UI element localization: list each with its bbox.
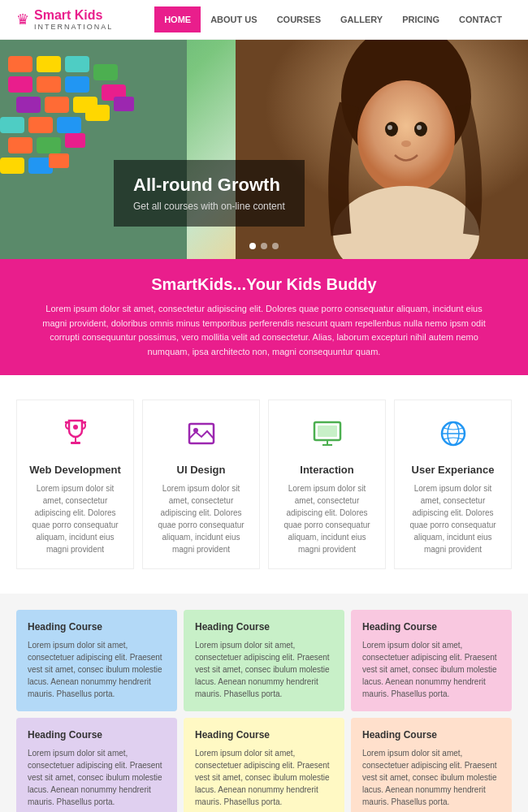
svg-point-34 <box>73 425 78 430</box>
svg-rect-12 <box>0 117 24 133</box>
feature-interaction-title: Interaction <box>277 464 377 476</box>
svg-rect-33 <box>71 442 80 444</box>
svg-rect-4 <box>8 76 32 93</box>
svg-rect-5 <box>37 76 61 93</box>
feature-user-exp-text: Lorem ipsum dolor sit amet, consectetur … <box>403 482 503 555</box>
svg-rect-16 <box>114 97 134 111</box>
main-nav: HOME ABOUT US COURSES GALLERY PRICING CO… <box>154 6 512 32</box>
nav-home[interactable]: HOME <box>154 6 201 32</box>
nav-gallery[interactable]: GALLERY <box>331 6 392 32</box>
feature-ui-design: UI Design Lorem ipsum dolor sit amet, co… <box>142 400 260 569</box>
course-card-5: Heading Course Lorem ipsum dolor sit ame… <box>184 718 344 812</box>
course-text-4: Lorem ipsum dolor sit amet, consectetuer… <box>28 747 166 808</box>
course-card-4: Heading Course Lorem ipsum dolor sit ame… <box>16 718 177 812</box>
nav-contact[interactable]: CONTACT <box>449 6 512 32</box>
features-section: Web Development Lorem ipsum dolor sit am… <box>0 375 528 594</box>
hero-dots <box>249 243 279 249</box>
svg-rect-20 <box>0 158 24 174</box>
course-title-3: Heading Course <box>362 621 500 633</box>
svg-rect-13 <box>28 117 53 133</box>
svg-rect-14 <box>57 117 81 133</box>
feature-ui-design-title: UI Design <box>151 464 251 476</box>
pink-section-title: SmartKids...Your Kids Buddy <box>32 275 496 294</box>
feature-interaction-text: Lorem ipsum dolor sit amet, consectetur … <box>277 482 377 555</box>
logo: ♛ Smart Kids INTERNATIONAL <box>16 7 113 32</box>
svg-rect-18 <box>37 137 61 153</box>
nav-about[interactable]: ABOUT US <box>201 6 266 32</box>
course-card-6: Heading Course Lorem ipsum dolor sit ame… <box>351 718 512 812</box>
course-card-1: Heading Course Lorem ipsum dolor sit ame… <box>16 610 177 711</box>
svg-rect-9 <box>45 97 69 113</box>
pink-section-text: Lorem ipsum dolor sit amet, consectetur … <box>32 302 496 359</box>
crown-icon: ♛ <box>16 11 29 28</box>
feature-user-exp-title: User Experiance <box>403 464 503 476</box>
course-title-6: Heading Course <box>362 729 500 741</box>
svg-point-28 <box>387 125 392 130</box>
feature-web-dev-title: Web Development <box>25 464 125 476</box>
course-title-5: Heading Course <box>195 729 333 741</box>
svg-rect-15 <box>85 105 110 121</box>
nav-pricing[interactable]: PRICING <box>392 6 449 32</box>
svg-rect-40 <box>318 425 337 437</box>
nav-courses[interactable]: COURSES <box>267 6 331 32</box>
svg-rect-2 <box>37 56 61 72</box>
svg-rect-7 <box>93 64 118 80</box>
course-text-3: Lorem ipsum dolor sit amet, consectetuer… <box>362 639 500 700</box>
monitor-icon <box>277 413 377 454</box>
trophy-icon <box>25 413 125 454</box>
hero-dot-2[interactable] <box>261 243 267 249</box>
logo-sub: INTERNATIONAL <box>34 23 113 32</box>
svg-rect-8 <box>16 97 41 113</box>
logo-brand: Smart Kids <box>34 7 113 23</box>
course-title-4: Heading Course <box>28 729 166 741</box>
feature-interaction: Interaction Lorem ipsum dolor sit amet, … <box>268 400 386 569</box>
course-text-5: Lorem ipsum dolor sit amet, consectetuer… <box>195 747 333 808</box>
feature-ui-design-text: Lorem ipsum dolor sit amet, consectetur … <box>151 482 251 555</box>
course-text-1: Lorem ipsum dolor sit amet, consectetuer… <box>28 639 166 700</box>
svg-point-29 <box>417 125 422 130</box>
hero-section: All-round Growth Get all courses with on… <box>0 40 528 259</box>
svg-rect-19 <box>65 133 85 148</box>
hero-overlay: All-round Growth Get all courses with on… <box>114 160 305 227</box>
svg-point-25 <box>357 80 455 194</box>
svg-rect-22 <box>49 153 69 168</box>
hero-title: All-round Growth <box>133 175 285 196</box>
course-title-1: Heading Course <box>28 621 166 633</box>
hero-dot-1[interactable] <box>249 243 256 249</box>
pink-section: SmartKids...Your Kids Buddy Lorem ipsum … <box>0 259 528 375</box>
svg-rect-3 <box>65 56 89 72</box>
course-text-6: Lorem ipsum dolor sit amet, consectetuer… <box>362 747 500 808</box>
courses-section: Heading Course Lorem ipsum dolor sit ame… <box>0 594 528 812</box>
svg-rect-17 <box>8 137 32 153</box>
svg-rect-1 <box>8 56 32 72</box>
course-card-2: Heading Course Lorem ipsum dolor sit ame… <box>184 610 344 711</box>
svg-rect-6 <box>65 76 89 93</box>
feature-user-exp: User Experiance Lorem ipsum dolor sit am… <box>394 400 512 569</box>
hero-subtitle: Get all courses with on-line content <box>133 201 285 212</box>
image-icon <box>151 413 251 454</box>
svg-point-30 <box>401 140 411 147</box>
feature-web-dev-text: Lorem ipsum dolor sit amet, consectetur … <box>25 482 125 555</box>
globe-icon <box>403 413 503 454</box>
course-title-2: Heading Course <box>195 621 333 633</box>
hero-dot-3[interactable] <box>272 243 279 249</box>
feature-web-dev: Web Development Lorem ipsum dolor sit am… <box>16 400 134 569</box>
course-text-2: Lorem ipsum dolor sit amet, consectetuer… <box>195 639 333 700</box>
course-card-3: Heading Course Lorem ipsum dolor sit ame… <box>351 610 512 711</box>
site-header: ♛ Smart Kids INTERNATIONAL HOME ABOUT US… <box>0 0 528 40</box>
